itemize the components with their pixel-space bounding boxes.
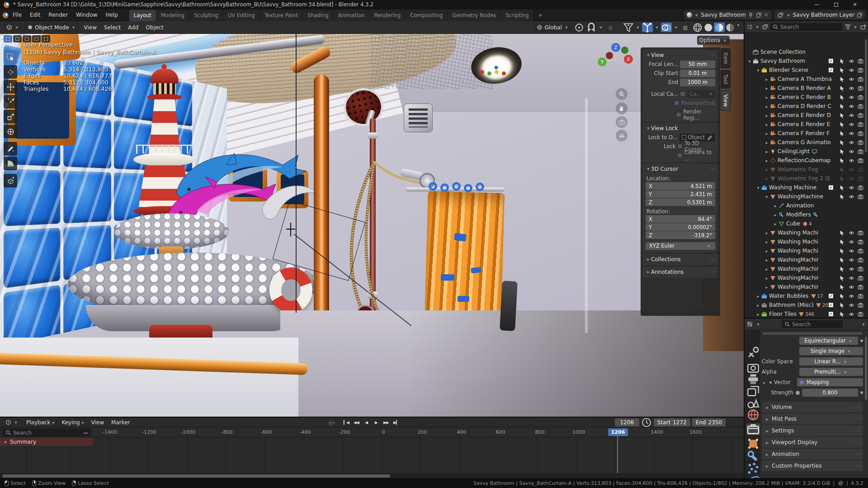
zoom-button[interactable] [616, 88, 627, 100]
hide-viewport-toggle[interactable] [848, 112, 854, 118]
section-volume[interactable]: ▸Volume∷∷ [762, 402, 863, 413]
select-mode-new[interactable] [4, 35, 12, 42]
outliner-row[interactable]: ▸Floor Tiles346✓ [745, 310, 868, 319]
editor-type-button[interactable]: ▾ [3, 23, 23, 32]
workspace-tab-shading[interactable]: Shading [303, 10, 333, 21]
pan-button[interactable] [616, 103, 627, 114]
hide-render-toggle[interactable] [857, 166, 863, 173]
shading-dropdown[interactable]: ▾ [736, 23, 741, 32]
viewport-menu-view[interactable]: View [80, 23, 100, 32]
hide-viewport-toggle[interactable] [848, 148, 854, 155]
outliner-row[interactable]: ▾Savvy Bathroom✓ [745, 56, 868, 66]
select-toggle[interactable] [839, 275, 845, 281]
outliner-row[interactable]: ▾WashingMachine [745, 192, 868, 201]
outliner-row[interactable]: ▸Washing Machi [745, 246, 868, 255]
properties-tab-modifiers[interactable] [746, 450, 760, 462]
hide-render-toggle[interactable] [857, 121, 863, 127]
auto-key-button[interactable]: ◎▾ [328, 419, 335, 426]
select-toggle[interactable] [839, 284, 845, 290]
workspace-tab-modeling[interactable]: Modeling [156, 10, 189, 21]
expand-icon[interactable]: ▾ [755, 68, 761, 73]
timeline-menu-playback[interactable]: Playback ▾ [23, 418, 58, 427]
vector-expand[interactable]: ▸ [762, 380, 767, 385]
expand-icon[interactable]: ▸ [773, 221, 778, 226]
gizmo-z-axis[interactable]: Z [611, 43, 620, 52]
outliner-row[interactable]: ▸Water Bubbles17✓ [745, 291, 868, 300]
outliner-row[interactable]: ▸CeilingLight [745, 147, 868, 156]
outliner-search-input[interactable]: Search [770, 23, 843, 31]
outliner-scrollbar[interactable] [865, 39, 867, 152]
properties-options-dropdown[interactable]: ▾ [861, 322, 866, 327]
expand-icon[interactable]: ▸ [764, 77, 769, 82]
gizmos-toggle[interactable] [642, 23, 653, 32]
expand-icon[interactable]: ▸ [764, 249, 769, 253]
viewport-menu-add[interactable]: Add [124, 23, 142, 32]
expand-icon[interactable]: ▸ [773, 203, 778, 208]
hide-render-toggle[interactable] [857, 239, 863, 245]
expand-icon[interactable]: ▸ [764, 113, 769, 118]
expand-icon[interactable]: ▸ [764, 140, 769, 145]
expand-icon[interactable]: ▸ [764, 285, 769, 290]
collection-checkbox[interactable]: ✓ [828, 67, 834, 73]
expand-icon[interactable]: ▸ [764, 276, 769, 281]
hide-render-toggle[interactable] [857, 184, 863, 191]
outliner-row[interactable]: ▸Camera E Render E [745, 120, 868, 129]
timeline-tracks[interactable]: ▾Summary [0, 437, 744, 473]
workspace-tab-sculpting[interactable]: Sculpting [189, 10, 223, 21]
cursor-axis-field[interactable]: Z0.5301 m [646, 198, 715, 206]
select-toggle[interactable] [839, 85, 845, 91]
hide-viewport-toggle[interactable] [848, 230, 854, 236]
hide-viewport-toggle[interactable] [848, 175, 854, 182]
passepartout-checkbox[interactable]: ✓ [674, 100, 679, 106]
playhead-line[interactable] [617, 436, 618, 473]
outliner-row[interactable]: ▾Washing Machine✓ [745, 183, 868, 192]
hide-viewport-toggle[interactable] [848, 311, 854, 317]
properties-tab-output[interactable] [746, 374, 760, 385]
workspace-tab-scripting[interactable]: Scripting [501, 10, 533, 21]
select-toggle[interactable] [839, 130, 845, 136]
section-mist-pass[interactable]: ▸Mist Pass∷∷ [762, 413, 863, 424]
pivot-button[interactable] [574, 23, 585, 32]
select-toggle[interactable] [839, 103, 845, 109]
tool-annotate[interactable] [4, 142, 17, 155]
render-region-checkbox[interactable] [676, 112, 681, 117]
section-settings[interactable]: ▸Settings∷∷ [762, 425, 863, 436]
expand-icon[interactable]: ▸ [773, 212, 778, 217]
timeline-menu-marker[interactable]: Marker [108, 418, 133, 427]
next-keyframe-button[interactable]: ▶▶ [382, 418, 391, 427]
camera-to-view-checkbox[interactable] [677, 153, 683, 158]
hide-viewport-toggle[interactable] [848, 130, 854, 136]
frame-start-field[interactable]: Start1272 [654, 418, 690, 427]
tool-scale[interactable] [4, 110, 17, 123]
hide-render-toggle[interactable] [857, 248, 863, 254]
select-toggle[interactable] [839, 121, 845, 127]
display-mode-icon[interactable] [762, 24, 768, 30]
timeline-scrollbar[interactable] [0, 473, 744, 478]
hide-viewport-toggle[interactable] [848, 85, 854, 91]
timeline-ruler[interactable]: -1400-1200-1000-800-600-400-200020040060… [93, 427, 744, 437]
alpha-dropdown[interactable]: Premulti...▾ [799, 368, 863, 376]
gizmo-x-axis[interactable]: X [624, 55, 633, 64]
properties-scrollbar[interactable] [865, 337, 867, 400]
snap-magnet-button[interactable] [586, 23, 597, 32]
select-toggle[interactable] [839, 230, 845, 236]
collection-checkbox[interactable]: ✓ [828, 293, 834, 299]
outliner-row[interactable]: ▸Volumetric Fog 2 (E [745, 174, 868, 183]
shading-rendered-button[interactable] [725, 23, 736, 32]
expand-icon[interactable]: ▸ [764, 239, 769, 244]
outliner-row[interactable]: ▸Camera A Thumbna [745, 75, 868, 84]
frame-end-field[interactable]: End2350 [692, 418, 726, 427]
select-mode-intersect[interactable] [42, 35, 50, 42]
workspace-tab-compositing[interactable]: Compositing [406, 10, 447, 21]
hide-viewport-toggle[interactable] [848, 275, 854, 281]
snap-dropdown[interactable]: ▾ [598, 25, 604, 30]
collection-checkbox[interactable]: ✓ [828, 311, 834, 317]
outliner-row[interactable]: ▸Camera F Render F [745, 129, 868, 138]
vector-mapping-field[interactable]: Mapping [797, 378, 863, 386]
select-toggle[interactable] [839, 148, 845, 155]
properties-editor-icon[interactable] [746, 321, 753, 328]
select-toggle[interactable] [839, 76, 845, 82]
jump-to-start-button[interactable]: ▎◀ [342, 418, 351, 427]
eyedropper-icon[interactable] [707, 134, 713, 141]
maximize-button[interactable] [826, 0, 845, 9]
